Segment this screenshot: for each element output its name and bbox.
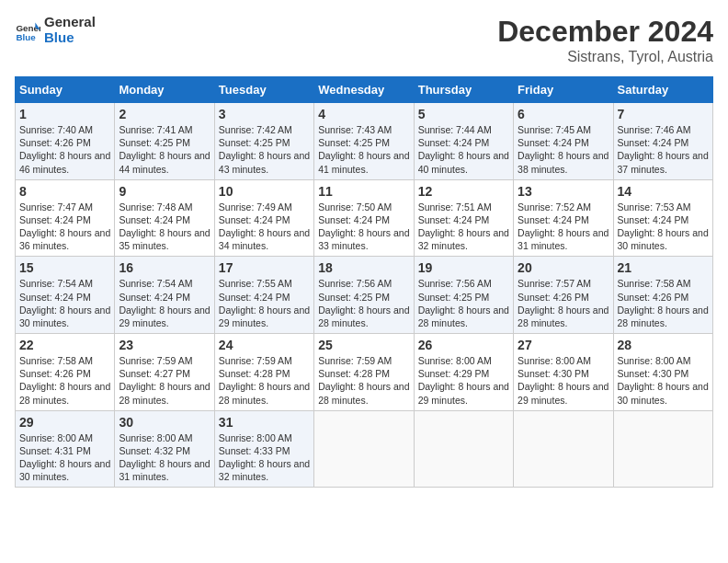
day-number: 15: [19, 260, 110, 275]
calendar-cell: 14 Sunrise: 7:53 AM Sunset: 4:24 PM Dayl…: [613, 179, 712, 257]
day-number: 20: [518, 260, 609, 275]
day-sunset: Sunset: 4:25 PM: [219, 137, 290, 148]
day-sunrise: Sunrise: 8:00 AM: [618, 355, 691, 366]
calendar-cell: 12 Sunrise: 7:51 AM Sunset: 4:24 PM Dayl…: [414, 179, 513, 257]
day-sunrise: Sunrise: 7:40 AM: [19, 124, 93, 135]
day-sunrise: Sunrise: 8:00 AM: [418, 355, 492, 366]
calendar-cell: 31 Sunrise: 8:00 AM Sunset: 4:33 PM Dayl…: [214, 410, 313, 488]
day-sunset: Sunset: 4:24 PM: [119, 292, 190, 303]
day-number: 28: [618, 338, 709, 352]
day-sunrise: Sunrise: 7:53 AM: [618, 201, 691, 213]
calendar-cell: 23 Sunrise: 7:59 AM Sunset: 4:27 PM Dayl…: [115, 334, 214, 411]
calendar-cell: 16 Sunrise: 7:54 AM Sunset: 4:24 PM Dayl…: [115, 257, 214, 334]
calendar-cell: 24 Sunrise: 7:59 AM Sunset: 4:28 PM Dayl…: [214, 334, 313, 411]
day-daylight: Daylight: 8 hours and 28 minutes.: [518, 304, 609, 328]
day-sunrise: Sunrise: 7:49 AM: [219, 201, 292, 213]
day-sunrise: Sunrise: 7:59 AM: [318, 355, 392, 366]
day-number: 10: [219, 184, 310, 199]
logo: General Blue General Blue: [15, 15, 96, 45]
calendar-cell: 5 Sunrise: 7:44 AM Sunset: 4:24 PM Dayli…: [414, 103, 513, 180]
calendar-cell: 11 Sunrise: 7:50 AM Sunset: 4:24 PM Dayl…: [314, 179, 414, 257]
calendar-cell: 26 Sunrise: 8:00 AM Sunset: 4:29 PM Dayl…: [414, 334, 513, 411]
day-sunset: Sunset: 4:28 PM: [219, 368, 290, 379]
weekday-header-thursday: Thursday: [414, 77, 513, 103]
day-daylight: Daylight: 8 hours and 32 minutes.: [418, 227, 509, 251]
day-daylight: Daylight: 8 hours and 28 minutes.: [119, 381, 210, 405]
day-sunrise: Sunrise: 7:54 AM: [19, 278, 93, 289]
day-daylight: Daylight: 8 hours and 29 minutes.: [119, 304, 210, 328]
day-sunrise: Sunrise: 7:46 AM: [618, 124, 691, 135]
day-sunrise: Sunrise: 7:59 AM: [119, 355, 192, 366]
calendar-cell: 19 Sunrise: 7:56 AM Sunset: 4:25 PM Dayl…: [414, 257, 513, 334]
weekday-header-wednesday: Wednesday: [314, 77, 414, 103]
day-daylight: Daylight: 8 hours and 28 minutes.: [219, 381, 310, 405]
weekday-header-row: SundayMondayTuesdayWednesdayThursdayFrid…: [16, 77, 713, 103]
logo-line2: Blue: [44, 30, 96, 46]
day-sunset: Sunset: 4:24 PM: [19, 292, 91, 303]
day-sunrise: Sunrise: 7:45 AM: [518, 124, 591, 135]
calendar-week-row: 15 Sunrise: 7:54 AM Sunset: 4:24 PM Dayl…: [16, 257, 713, 334]
day-number: 19: [418, 260, 509, 275]
day-daylight: Daylight: 8 hours and 28 minutes.: [418, 304, 509, 328]
svg-text:Blue: Blue: [16, 32, 36, 42]
calendar-cell: [414, 410, 513, 488]
day-daylight: Daylight: 8 hours and 29 minutes.: [219, 304, 310, 328]
day-daylight: Daylight: 8 hours and 28 minutes.: [318, 381, 409, 405]
day-sunset: Sunset: 4:24 PM: [518, 214, 589, 225]
day-sunrise: Sunrise: 7:42 AM: [219, 124, 292, 135]
day-sunset: Sunset: 4:30 PM: [518, 368, 589, 379]
day-daylight: Daylight: 8 hours and 40 minutes.: [418, 150, 509, 174]
day-sunset: Sunset: 4:26 PM: [19, 137, 91, 148]
day-sunrise: Sunrise: 7:58 AM: [19, 355, 93, 366]
day-sunset: Sunset: 4:26 PM: [518, 292, 589, 303]
title-block: December 2024 Sistrans, Tyrol, Austria: [497, 15, 713, 65]
day-sunset: Sunset: 4:24 PM: [219, 292, 290, 303]
day-number: 25: [318, 338, 409, 352]
calendar-cell: 29 Sunrise: 8:00 AM Sunset: 4:31 PM Dayl…: [16, 410, 115, 488]
calendar-cell: 2 Sunrise: 7:41 AM Sunset: 4:25 PM Dayli…: [115, 103, 214, 180]
day-daylight: Daylight: 8 hours and 37 minutes.: [618, 150, 709, 174]
calendar-cell: 17 Sunrise: 7:55 AM Sunset: 4:24 PM Dayl…: [214, 257, 313, 334]
day-sunset: Sunset: 4:25 PM: [418, 292, 490, 303]
weekday-header-sunday: Sunday: [16, 77, 115, 103]
day-sunrise: Sunrise: 7:54 AM: [119, 278, 192, 289]
calendar-week-row: 22 Sunrise: 7:58 AM Sunset: 4:26 PM Dayl…: [16, 334, 713, 411]
day-sunset: Sunset: 4:24 PM: [618, 137, 689, 148]
day-sunrise: Sunrise: 7:57 AM: [518, 278, 591, 289]
day-number: 5: [418, 107, 509, 121]
weekday-header-friday: Friday: [514, 77, 613, 103]
day-number: 30: [119, 415, 210, 430]
day-number: 1: [19, 107, 110, 121]
weekday-header-monday: Monday: [115, 77, 214, 103]
day-sunrise: Sunrise: 7:58 AM: [618, 278, 691, 289]
day-daylight: Daylight: 8 hours and 30 minutes.: [19, 458, 110, 482]
day-sunset: Sunset: 4:25 PM: [318, 292, 390, 303]
calendar-body: 1 Sunrise: 7:40 AM Sunset: 4:26 PM Dayli…: [16, 103, 713, 488]
page-header: General Blue General Blue December 2024 …: [15, 15, 713, 65]
calendar-cell: 3 Sunrise: 7:42 AM Sunset: 4:25 PM Dayli…: [214, 103, 313, 180]
day-number: 27: [518, 338, 609, 352]
day-daylight: Daylight: 8 hours and 30 minutes.: [618, 381, 709, 405]
day-sunset: Sunset: 4:32 PM: [119, 445, 190, 456]
calendar-header: SundayMondayTuesdayWednesdayThursdayFrid…: [16, 77, 713, 103]
calendar-cell: [613, 410, 712, 488]
day-number: 12: [418, 184, 509, 199]
calendar-title: December 2024: [497, 15, 713, 49]
day-daylight: Daylight: 8 hours and 32 minutes.: [219, 458, 310, 482]
day-daylight: Daylight: 8 hours and 35 minutes.: [119, 227, 210, 251]
calendar-table: SundayMondayTuesdayWednesdayThursdayFrid…: [15, 76, 713, 488]
day-sunset: Sunset: 4:26 PM: [19, 368, 91, 379]
day-number: 26: [418, 338, 509, 352]
calendar-cell: 9 Sunrise: 7:48 AM Sunset: 4:24 PM Dayli…: [115, 179, 214, 257]
day-number: 23: [119, 338, 210, 352]
day-number: 14: [618, 184, 709, 199]
day-number: 2: [119, 107, 210, 121]
day-daylight: Daylight: 8 hours and 28 minutes.: [618, 304, 709, 328]
day-sunset: Sunset: 4:25 PM: [318, 137, 390, 148]
day-sunset: Sunset: 4:24 PM: [518, 137, 589, 148]
day-sunrise: Sunrise: 7:47 AM: [19, 201, 93, 213]
day-number: 31: [219, 415, 310, 430]
day-number: 21: [618, 260, 709, 275]
calendar-cell: 10 Sunrise: 7:49 AM Sunset: 4:24 PM Dayl…: [214, 179, 313, 257]
calendar-cell: [314, 410, 414, 488]
